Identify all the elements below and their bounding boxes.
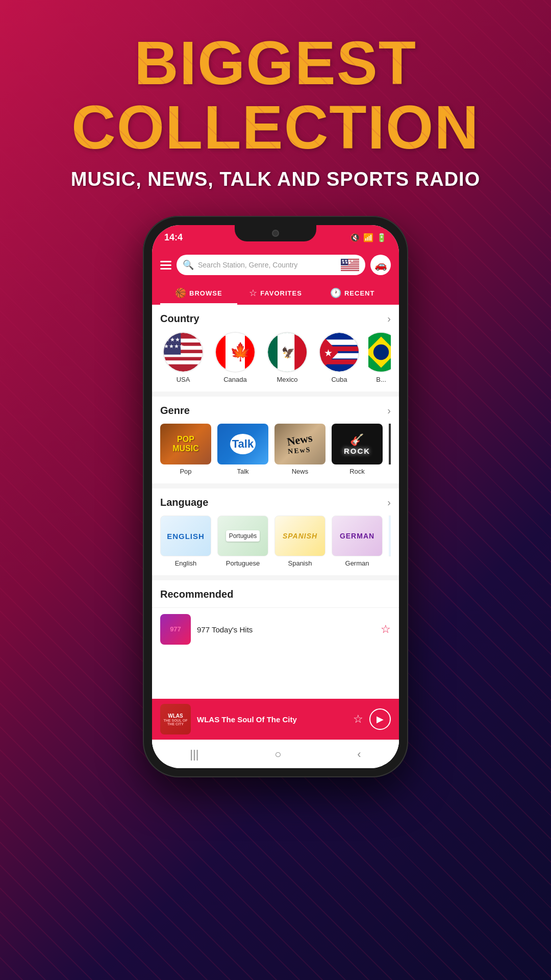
svg-text:★★★★: ★★★★ bbox=[164, 343, 184, 349]
language-arrow-icon[interactable]: › bbox=[387, 497, 391, 508]
language-items-row: ENGLISH English Português Portuguese bbox=[160, 516, 391, 575]
country-items-row: ★★★ ★★★★ USA bbox=[160, 332, 391, 391]
camera bbox=[272, 230, 279, 237]
country-section-header: Country › bbox=[160, 313, 391, 325]
car-mode-button[interactable]: 🚗 bbox=[370, 255, 391, 275]
country-item-canada[interactable]: 🍁 Canada bbox=[212, 332, 258, 383]
recommended-item-977[interactable]: 977 977 Today's Hits ☆ bbox=[152, 607, 399, 651]
svg-rect-5 bbox=[341, 267, 359, 268]
more-lang-thumbnail bbox=[389, 516, 391, 556]
menu-button[interactable] bbox=[160, 261, 171, 270]
player-play-button[interactable]: ▶ bbox=[369, 708, 391, 730]
phone-screen: 14:4 🔇 📶 🔋 bbox=[152, 225, 399, 768]
svg-rect-14 bbox=[164, 360, 203, 364]
wifi-icon: 📶 bbox=[363, 233, 373, 242]
recommended-section-header: Recommended bbox=[160, 589, 391, 600]
svg-rect-6 bbox=[341, 269, 359, 270]
mexico-label: Mexico bbox=[277, 376, 297, 383]
favorites-icon: ☆ bbox=[249, 287, 257, 299]
genre-section-header: Genre › bbox=[160, 405, 391, 416]
tab-favorites[interactable]: ☆ FAVORITES bbox=[237, 281, 314, 305]
977-station-name: 977 Today's Hits bbox=[197, 625, 374, 634]
menu-line bbox=[160, 268, 171, 270]
country-item-mexico[interactable]: 🦅 Mexico bbox=[264, 332, 310, 383]
recommended-section-title: Recommended bbox=[160, 589, 233, 600]
genre-item-rock[interactable]: 🎸 ROCK Rock bbox=[332, 424, 383, 475]
genre-item-pop[interactable]: POPMUSIC Pop bbox=[160, 424, 211, 475]
portuguese-thumbnail: Português bbox=[217, 516, 268, 556]
rock-thumbnail: 🎸 ROCK bbox=[332, 424, 383, 464]
search-input[interactable]: Search Station, Genre, Country bbox=[198, 261, 337, 269]
player-thumbnail: WLAS THE SOUL OF THE CITY bbox=[160, 704, 191, 734]
lang-item-more[interactable] bbox=[389, 516, 391, 567]
language-section: Language › ENGLISH English Português bbox=[152, 488, 399, 575]
lang-item-spanish[interactable]: SPANISH Spanish bbox=[274, 516, 325, 567]
english-thumb-text: ENGLISH bbox=[167, 532, 205, 541]
country-item-brazil[interactable]: B... bbox=[368, 332, 391, 383]
brazil-flag bbox=[368, 332, 391, 373]
nav-menu-button[interactable]: ||| bbox=[190, 748, 198, 761]
svg-text:🦅: 🦅 bbox=[282, 346, 295, 359]
977-favorite-button[interactable]: ☆ bbox=[381, 623, 391, 636]
language-section-title: Language bbox=[160, 497, 208, 508]
divider-3 bbox=[152, 575, 399, 580]
notch bbox=[235, 225, 316, 241]
talk-label: Talk bbox=[237, 468, 248, 475]
recommended-section: Recommended bbox=[152, 580, 399, 600]
hero-section: BIGGEST COLLECTION MUSIC, NEWS, TALK AND… bbox=[0, 0, 551, 201]
english-thumbnail: ENGLISH bbox=[160, 516, 211, 556]
country-item-cuba[interactable]: ★ Cuba bbox=[316, 332, 362, 383]
lang-item-portuguese[interactable]: Português Portuguese bbox=[217, 516, 268, 567]
svg-rect-4 bbox=[341, 265, 359, 266]
tab-recent[interactable]: 🕐 RECENT bbox=[314, 281, 391, 305]
spanish-label: Spanish bbox=[288, 559, 312, 567]
genre-arrow-icon[interactable]: › bbox=[387, 405, 391, 416]
genre-item-top[interactable]: TOP bbox=[389, 424, 391, 475]
mexico-flag: 🦅 bbox=[267, 332, 308, 373]
country-item-usa[interactable]: ★★★ ★★★★ USA bbox=[160, 332, 206, 383]
country-arrow-icon[interactable]: › bbox=[387, 313, 391, 325]
tab-recent-label: RECENT bbox=[344, 289, 374, 297]
nav-tabs: 🏀 BROWSE ☆ FAVORITES 🕐 RECENT bbox=[160, 281, 391, 305]
menu-line bbox=[160, 261, 171, 262]
lang-item-english[interactable]: ENGLISH English bbox=[160, 516, 211, 567]
app-header: 🔍 Search Station, Genre, Country bbox=[152, 250, 399, 305]
pop-text: POPMUSIC bbox=[172, 435, 199, 453]
player-favorite-button[interactable]: ☆ bbox=[353, 713, 363, 726]
browse-icon: 🏀 bbox=[175, 287, 186, 299]
country-section-title: Country bbox=[160, 313, 199, 325]
news-text: News NEwS bbox=[286, 432, 314, 456]
search-row: 🔍 Search Station, Genre, Country bbox=[160, 255, 391, 281]
lang-item-german[interactable]: GERMAN German bbox=[332, 516, 383, 567]
pop-thumbnail: POPMUSIC bbox=[160, 424, 211, 464]
genre-section: Genre › POPMUSIC Pop bbox=[152, 397, 399, 483]
bottom-player: WLAS THE SOUL OF THE CITY WLAS The Soul … bbox=[152, 699, 399, 740]
battery-icon: 🔋 bbox=[377, 233, 387, 242]
german-thumb-text: GERMAN bbox=[340, 532, 374, 540]
genre-item-news[interactable]: News NEwS News bbox=[274, 424, 325, 475]
cuba-flag: ★ bbox=[319, 332, 360, 373]
phone-frame: 14:4 🔇 📶 🔋 bbox=[143, 216, 408, 777]
nav-back-button[interactable]: ‹ bbox=[357, 748, 361, 761]
usa-flag: ★★★ ★★★★ bbox=[163, 332, 204, 373]
country-section: Country › bbox=[152, 305, 399, 391]
german-label: German bbox=[345, 559, 369, 567]
tab-browse[interactable]: 🏀 BROWSE bbox=[160, 281, 237, 305]
genre-item-talk[interactable]: Talk Talk bbox=[217, 424, 268, 475]
mute-icon: 🔇 bbox=[350, 233, 360, 242]
svg-point-36 bbox=[373, 345, 389, 360]
hero-title: BIGGEST COLLECTION bbox=[0, 31, 551, 159]
divider-2 bbox=[152, 483, 399, 488]
tab-browse-label: BROWSE bbox=[189, 289, 222, 297]
hero-subtitle: MUSIC, NEWS, TALK AND SPORTS RADIO bbox=[0, 168, 551, 190]
talk-bubble: Talk bbox=[230, 434, 256, 454]
status-time: 14:4 bbox=[164, 232, 183, 243]
svg-rect-20 bbox=[216, 333, 226, 372]
search-box[interactable]: 🔍 Search Station, Genre, Country bbox=[177, 255, 365, 275]
rock-label: Rock bbox=[349, 468, 365, 475]
cuba-label: Cuba bbox=[331, 376, 347, 383]
nav-home-button[interactable]: ○ bbox=[274, 748, 281, 761]
977-text: 977 bbox=[170, 626, 181, 633]
menu-line bbox=[160, 264, 171, 266]
phone-mockup: 14:4 🔇 📶 🔋 bbox=[0, 216, 551, 777]
